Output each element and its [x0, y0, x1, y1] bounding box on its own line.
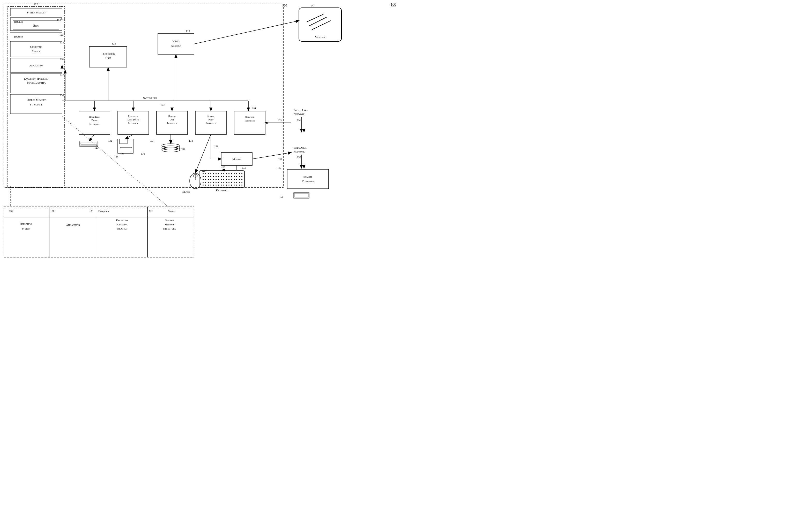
svg-point-80 — [239, 176, 240, 177]
svg-point-105 — [221, 182, 222, 183]
keyboard-label: Keyboard — [216, 189, 228, 192]
label-146: 146 — [252, 107, 256, 110]
svg-point-93 — [231, 179, 232, 180]
svg-point-92 — [229, 179, 230, 180]
svg-rect-142 — [287, 169, 329, 189]
label-130: 130 — [141, 152, 145, 155]
svg-rect-143 — [294, 193, 309, 198]
svg-point-75 — [226, 176, 227, 177]
svg-point-69 — [210, 176, 212, 177]
monitor-label: Monitor — [315, 35, 326, 39]
svg-point-114 — [203, 185, 204, 186]
svg-rect-0 — [4, 4, 283, 187]
rc-label2: Computer — [302, 180, 314, 183]
svg-point-128 — [239, 185, 240, 186]
va-label1: Video — [172, 40, 179, 43]
label-135-bottom: 135 — [9, 210, 13, 212]
svg-point-78 — [234, 176, 235, 177]
ni-label2: Interface — [245, 119, 255, 122]
svg-point-70 — [213, 176, 214, 177]
svg-point-126 — [234, 185, 235, 186]
svg-rect-145 — [4, 207, 194, 257]
system-memory-label: System Memory — [26, 11, 46, 14]
label-132: 132 — [108, 139, 112, 142]
svg-point-63 — [236, 173, 237, 174]
svg-point-55 — [216, 173, 217, 174]
svg-point-116 — [208, 185, 209, 186]
svg-point-91 — [226, 179, 227, 180]
svg-point-94 — [234, 179, 235, 180]
svg-point-67 — [205, 176, 206, 177]
label-148: 148 — [186, 29, 190, 32]
svg-point-110 — [234, 182, 235, 183]
spi-label1: Serial — [207, 115, 214, 117]
svg-point-115 — [205, 185, 206, 186]
svg-line-41 — [126, 134, 133, 139]
label-100: 100 — [391, 3, 396, 6]
svg-point-88 — [218, 179, 219, 180]
label-152: 152 — [297, 156, 301, 159]
svg-point-65 — [241, 173, 242, 174]
svg-point-60 — [229, 173, 230, 174]
app-label: Application — [29, 64, 43, 67]
pu-label1: Processing — [102, 52, 115, 55]
sms-bottom-num: Shared — [168, 210, 176, 212]
svg-point-121 — [221, 185, 222, 186]
label-125: 125 — [59, 33, 63, 36]
sysbus-label: System Bus — [143, 96, 157, 99]
svg-point-77 — [231, 176, 232, 177]
svg-point-95 — [236, 179, 237, 180]
label-142: 142 — [202, 169, 206, 172]
svg-point-98 — [203, 182, 204, 183]
label-152b: 152 — [278, 158, 282, 161]
svg-point-58 — [223, 173, 224, 174]
svg-rect-40 — [120, 147, 132, 152]
wan-label1: Wide Area — [294, 146, 307, 149]
svg-point-109 — [231, 182, 232, 183]
ehp-bottom3: Program — [117, 227, 127, 230]
svg-point-108 — [229, 182, 230, 183]
spi-label3: Interface — [206, 122, 216, 125]
svg-point-118 — [213, 185, 214, 186]
svg-line-135 — [195, 134, 211, 173]
svg-line-30 — [307, 14, 323, 22]
svg-point-59 — [226, 173, 227, 174]
svg-point-101 — [210, 182, 212, 183]
svg-line-31 — [309, 17, 327, 26]
os-bottom2: System — [21, 227, 30, 230]
sms-bottom2: Memory — [165, 223, 175, 226]
os-label: Operating — [30, 45, 42, 48]
app-bottom: Application — [66, 223, 80, 226]
svg-rect-35 — [80, 142, 98, 145]
svg-point-117 — [210, 185, 212, 186]
svg-point-124 — [229, 185, 230, 186]
label-140: 140 — [242, 167, 246, 170]
svg-point-61 — [231, 173, 232, 174]
spi-label2: Port — [208, 118, 214, 121]
odi-label1: Optical — [168, 115, 176, 117]
svg-point-84 — [208, 179, 209, 180]
label-120: 120 — [282, 3, 287, 7]
svg-point-103 — [216, 182, 217, 183]
svg-point-50 — [203, 173, 204, 174]
label-128: 128 — [120, 153, 124, 156]
svg-point-83 — [205, 179, 206, 180]
label-133: 133 — [149, 139, 153, 142]
label-147: 147 — [310, 4, 315, 7]
va-label2: Adapter — [171, 44, 181, 47]
svg-point-62 — [234, 173, 235, 174]
svg-point-54 — [213, 173, 214, 174]
ehp-label2: Program (EHP) — [27, 81, 46, 85]
svg-point-56 — [218, 173, 219, 174]
svg-point-107 — [226, 182, 227, 183]
svg-point-100 — [208, 182, 209, 183]
label-131: 131 — [181, 148, 185, 150]
svg-point-111 — [236, 182, 237, 183]
os-label2: System — [32, 50, 40, 53]
label-ehp-bottom: Exception — [98, 210, 109, 212]
svg-point-82 — [203, 179, 204, 180]
svg-point-123 — [226, 185, 227, 186]
label-136-bottom: 136 — [51, 210, 54, 212]
label-153: 153 — [214, 145, 218, 148]
label-149: 149 — [276, 167, 281, 170]
